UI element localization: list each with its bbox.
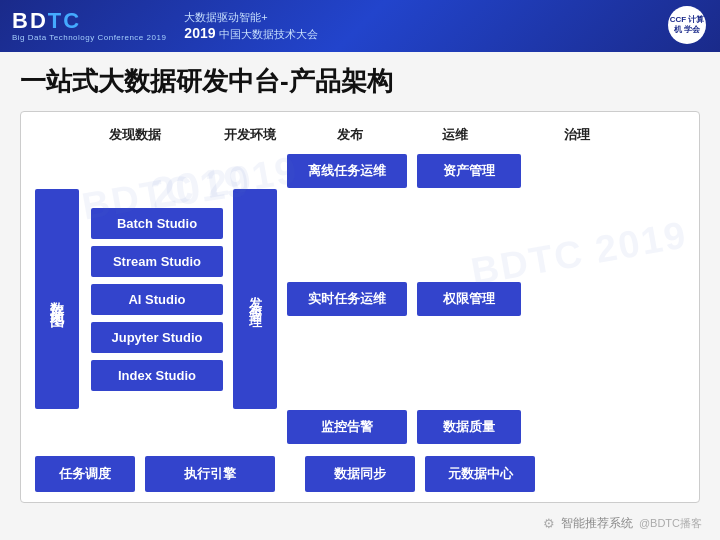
footer-icon: ⚙ xyxy=(543,516,555,531)
asset-mgmt-box: 资产管理 xyxy=(417,154,521,188)
govern-column: 资产管理 权限管理 数据质量 xyxy=(417,154,521,444)
ai-studio-box: AI Studio xyxy=(91,284,223,315)
monitor-box: 监控告警 xyxy=(287,410,407,444)
govern-spacer-2 xyxy=(417,323,521,403)
perm-mgmt-box: 权限管理 xyxy=(417,282,521,316)
data-map-column: 数据地图 xyxy=(35,154,79,444)
bdtc-subtitle: Big Data Technology Conference 2019 xyxy=(12,33,166,42)
data-map-box: 数据地图 xyxy=(35,189,79,409)
bdtc-acronym: BDTC xyxy=(12,10,166,32)
publish-box: 发布管理 xyxy=(233,189,277,409)
col-header-5: 治理 xyxy=(515,126,625,144)
data-sync-box: 数据同步 xyxy=(305,456,415,492)
data-quality-box: 数据质量 xyxy=(417,410,521,444)
studio-column: Batch Studio Stream Studio AI Studio Jup… xyxy=(91,154,223,444)
footer-system-name: 智能推荐系统 xyxy=(561,515,633,532)
col-header-1: 发现数据 xyxy=(95,126,175,144)
page-title: 一站式大数据研发中台-产品架构 xyxy=(20,64,700,99)
ops-spacer xyxy=(287,195,407,275)
ops-spacer-2 xyxy=(287,323,407,403)
column-headers: 发现数据 开发环境 发布 运维 治理 xyxy=(35,126,685,144)
architecture-diagram: BDTC 2019 BDTC 2019 2019 发现数据 开发环境 发布 运维… xyxy=(20,111,700,503)
col-header-4: 运维 xyxy=(385,126,515,144)
header: BDTC Big Data Technology Conference 2019… xyxy=(0,0,720,52)
header-conference-cn: 中国大数据技术大会 xyxy=(219,28,318,40)
col-header-2: 开发环境 xyxy=(175,126,315,144)
offline-ops-box: 离线任务运维 xyxy=(287,154,407,188)
ops-column: 离线任务运维 实时任务运维 监控告警 xyxy=(287,154,407,444)
main-grid: 数据地图 Batch Studio Stream Studio AI Studi… xyxy=(35,154,685,444)
header-year-conference: 2019 中国大数据技术大会 xyxy=(184,24,317,42)
header-tagline: 大数据驱动智能+ xyxy=(184,10,317,24)
header-year: 2019 xyxy=(184,25,215,41)
realtime-ops-box: 实时任务运维 xyxy=(287,282,407,316)
execution-engine-box: 执行引擎 xyxy=(145,456,275,492)
footer: ⚙ 智能推荐系统 @BDTC播客 xyxy=(543,515,702,532)
ccf-logo: CCF 计算机 学会 xyxy=(668,6,706,44)
jupyter-studio-box: Jupyter Studio xyxy=(91,322,223,353)
publish-column: 发布管理 xyxy=(233,154,277,444)
batch-studio-box: Batch Studio xyxy=(91,208,223,239)
index-studio-box: Index Studio xyxy=(91,360,223,391)
govern-spacer xyxy=(417,195,521,275)
col-header-3: 发布 xyxy=(315,126,385,144)
bottom-row: 任务调度 执行引擎 数据同步 元数据中心 xyxy=(35,456,685,492)
logo-area: BDTC Big Data Technology Conference 2019… xyxy=(12,10,318,42)
bdtc-logo: BDTC Big Data Technology Conference 2019 xyxy=(12,10,166,42)
footer-handle: @BDTC播客 xyxy=(639,516,702,531)
task-scheduling-box: 任务调度 xyxy=(35,456,135,492)
main-content: BDTC 2019 一站式大数据研发中台-产品架构 BDTC 2019 BDTC… xyxy=(0,52,720,540)
header-title-cn: 大数据驱动智能+ 2019 中国大数据技术大会 xyxy=(184,10,317,42)
metadata-center-box: 元数据中心 xyxy=(425,456,535,492)
stream-studio-box: Stream Studio xyxy=(91,246,223,277)
